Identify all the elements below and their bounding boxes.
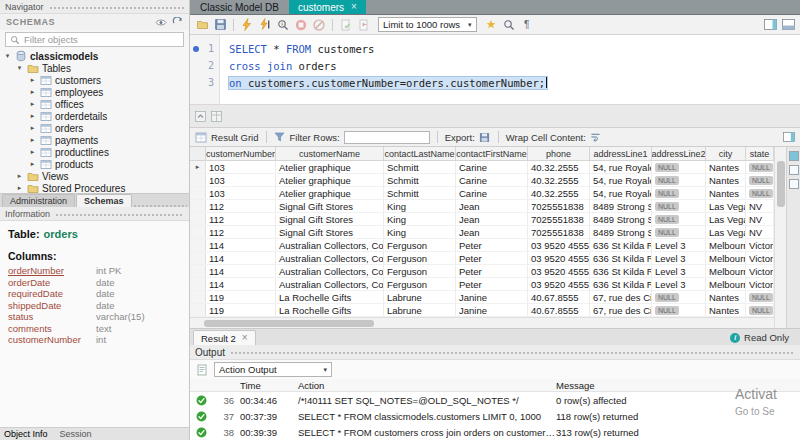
collapsed-arrow-icon[interactable]: ▸ (28, 160, 37, 168)
eye-icon[interactable] (155, 16, 167, 28)
grid-cell[interactable]: Schmitt (384, 161, 456, 173)
collapsed-arrow-icon[interactable]: ▸ (28, 136, 37, 144)
column-name-link[interactable]: shippedDate (8, 300, 96, 312)
grid-cell[interactable]: 114 (206, 239, 276, 251)
grid-cell[interactable]: 8489 Strong St. (590, 226, 652, 238)
grid-cell[interactable]: Jean (456, 213, 528, 225)
grid-cell[interactable]: Signal Gift Stores (276, 200, 384, 212)
grid-horizontal-scrollbar[interactable] (190, 317, 774, 328)
grid-cell[interactable]: Peter (456, 278, 528, 290)
grid-cell[interactable]: Nantes (706, 161, 746, 173)
close-result-tab-icon[interactable]: × (242, 333, 248, 343)
grid-column-header-contactFirstName[interactable]: contactFirstName (456, 147, 528, 160)
grid-row[interactable]: 114Australian Collectors, Co.FergusonPet… (190, 239, 774, 252)
grid-cell[interactable]: NULL (746, 187, 774, 199)
grid-cell[interactable]: Nantes (706, 291, 746, 303)
grid-cell[interactable]: Australian Collectors, Co. (276, 239, 384, 251)
row-selector[interactable] (190, 226, 206, 238)
grid-cell[interactable]: Carine (456, 174, 528, 186)
filter-funnel-icon[interactable] (274, 131, 286, 143)
grid-cell[interactable]: 03 9520 4555 (528, 239, 590, 251)
tab-administration[interactable]: Administration (2, 194, 75, 207)
collapsed-arrow-icon[interactable]: ▸ (28, 76, 37, 84)
limit-rows-dropdown[interactable]: Limit to 1000 rows ▾ (378, 17, 477, 32)
tree-schema-classicmodels[interactable]: ▾classicmodels (0, 50, 189, 62)
column-name-link[interactable]: comments (8, 323, 96, 335)
grid-cell[interactable]: 7025551838 (528, 200, 590, 212)
grid-cell[interactable]: 40.67.8555 (528, 304, 590, 316)
grid-cell[interactable]: Atelier graphique (276, 174, 384, 186)
grid-cell[interactable]: Schmitt (384, 187, 456, 199)
grid-cell[interactable]: Melbourne (706, 239, 746, 251)
grid-cell[interactable]: NULL (652, 161, 706, 173)
commit-icon[interactable] (338, 17, 354, 33)
row-selector[interactable] (190, 213, 206, 225)
grid-cell[interactable]: Labrune (384, 304, 456, 316)
grid-cell[interactable]: 114 (206, 265, 276, 277)
toggle-stop-on-error-icon[interactable] (311, 17, 327, 33)
tree-node-stored-procedures[interactable]: ▸Stored Procedures (0, 182, 189, 193)
grid-cell[interactable]: NV (746, 226, 774, 238)
vscroll-thumb[interactable] (777, 161, 785, 207)
grid-row[interactable]: 114Australian Collectors, Co.FergusonPet… (190, 252, 774, 265)
row-selector[interactable] (190, 252, 206, 264)
grid-cell[interactable]: 03 9520 4555 (528, 252, 590, 264)
row-selector[interactable] (190, 291, 206, 303)
grid-cell[interactable]: Level 3 (652, 252, 706, 264)
grid-row[interactable]: 103Atelier graphiqueSchmittCarine40.32.2… (190, 187, 774, 200)
grid-cell[interactable]: Jean (456, 200, 528, 212)
grid-cell[interactable]: 112 (206, 226, 276, 238)
grid-row[interactable]: 119La Rochelle GiftsLabruneJanine40.67.8… (190, 304, 774, 317)
row-selector[interactable] (190, 239, 206, 251)
grid-vertical-scrollbar[interactable] (774, 147, 786, 328)
grid-cell[interactable]: Schmitt (384, 174, 456, 186)
grid-cell[interactable]: King (384, 213, 456, 225)
grid-cell[interactable]: 7025551838 (528, 226, 590, 238)
grid-row[interactable]: 114Australian Collectors, Co.FergusonPet… (190, 265, 774, 278)
grid-cell[interactable]: King (384, 226, 456, 238)
editor-tab-customers[interactable]: customers × (289, 0, 366, 14)
column-name-link[interactable]: status (8, 311, 96, 323)
output-grip[interactable] (230, 350, 795, 354)
toggle-secondary-sidebar-icon[interactable] (762, 17, 778, 33)
grid-cell[interactable]: 40.67.8555 (528, 291, 590, 303)
tree-table-orders[interactable]: ▸orders (0, 122, 189, 134)
grid-cell[interactable]: Melbourne (706, 252, 746, 264)
grid-cell[interactable]: Jean (456, 226, 528, 238)
row-selector[interactable] (190, 265, 206, 277)
export-icon[interactable] (479, 131, 491, 143)
column-name-link[interactable]: requiredDate (8, 288, 96, 300)
wrap-text-icon[interactable] (590, 131, 602, 143)
grid-cell[interactable]: 114 (206, 252, 276, 264)
grid-cell[interactable]: Ferguson (384, 265, 456, 277)
close-tab-icon[interactable]: × (351, 2, 357, 12)
panel-toggle-icon[interactable] (783, 131, 795, 143)
grid-cell[interactable]: NV (746, 213, 774, 225)
grid-cell[interactable]: Ferguson (384, 278, 456, 290)
grid-cell[interactable]: Carine (456, 187, 528, 199)
grid-cell[interactable]: Nantes (706, 304, 746, 316)
grid-row[interactable]: 103Atelier graphiqueSchmittCarine40.32.2… (190, 174, 774, 187)
grid-column-header-phone[interactable]: phone (528, 147, 590, 160)
grid-cell[interactable]: 636 St Kilda Road (590, 265, 652, 277)
collapsed-arrow-icon[interactable]: ▸ (28, 148, 37, 156)
output-mode-dropdown[interactable]: Action Output ▾ (214, 362, 332, 377)
grid-column-header-customerNumber[interactable]: customerNumber (206, 147, 276, 160)
grid-row[interactable]: 119La Rochelle GiftsLabruneJanine40.67.8… (190, 291, 774, 304)
information-grip[interactable] (55, 212, 184, 216)
grid-cell[interactable]: 8489 Strong St. (590, 200, 652, 212)
grid-view-icon[interactable] (210, 110, 223, 123)
grid-cell[interactable]: Australian Collectors, Co. (276, 252, 384, 264)
grid-cell[interactable]: La Rochelle Gifts (276, 304, 384, 316)
grid-cell[interactable]: 119 (206, 291, 276, 303)
grid-cell[interactable]: Victoria (746, 252, 774, 264)
execute-current-statement-icon[interactable] (257, 17, 273, 33)
grid-row[interactable]: ▸103Atelier graphiqueSchmittCarine40.32.… (190, 161, 774, 174)
grid-cell[interactable]: Victoria (746, 265, 774, 277)
beautify-query-icon[interactable] (483, 17, 499, 33)
tree-table-orderdetails[interactable]: ▸orderdetails (0, 110, 189, 122)
grid-column-header-state[interactable]: state (746, 147, 774, 160)
grid-cell[interactable]: La Rochelle Gifts (276, 291, 384, 303)
tree-node-tables[interactable]: ▾Tables (0, 62, 189, 74)
grid-row[interactable]: 114Australian Collectors, Co.FergusonPet… (190, 278, 774, 291)
